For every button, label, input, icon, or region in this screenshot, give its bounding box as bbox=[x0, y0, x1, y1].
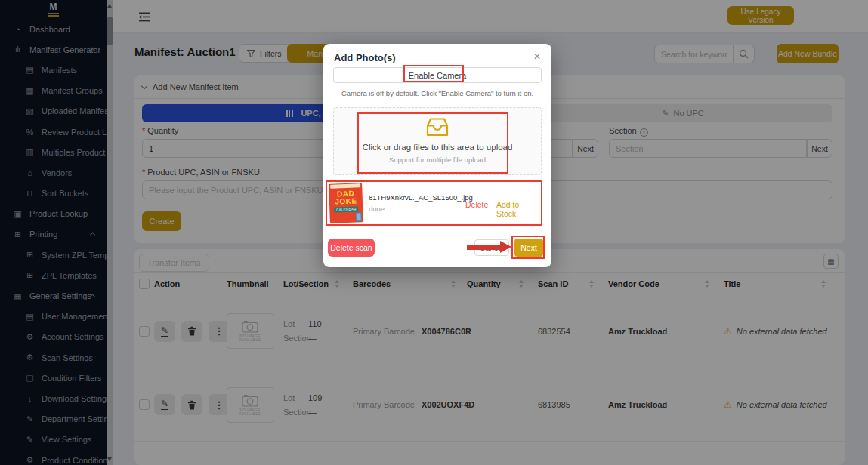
file-thumbnail[interactable]: DAD JOKE CALENDAR bbox=[329, 183, 363, 223]
add-photos-modal: Add Photo(s) ✕ Enable Camera Camera is o… bbox=[323, 44, 551, 267]
uploaded-file-item: DAD JOKE CALENDAR 81TH9XnkrvL._AC_SL1500… bbox=[326, 180, 542, 226]
thumb-art-strip bbox=[330, 183, 360, 188]
cancel-button[interactable]: Cancel bbox=[474, 239, 509, 256]
file-name: 81TH9XnkrvL._AC_SL1500_.jpg bbox=[369, 193, 473, 202]
thumb-art-phone bbox=[355, 212, 361, 221]
modal-title: Add Photo(s) bbox=[334, 52, 396, 63]
file-upload-dropzone[interactable]: Click or drag files to this area to uplo… bbox=[333, 107, 542, 175]
inbox-upload-icon bbox=[425, 116, 450, 137]
app-canvas: M ◔Dashboard ⋔Manifest Generator ▤Manife… bbox=[0, 0, 868, 465]
delete-scan-button[interactable]: Delete scan bbox=[328, 239, 375, 257]
close-icon[interactable]: ✕ bbox=[533, 51, 541, 62]
file-status: done bbox=[369, 205, 473, 213]
camera-hint-text: Camera is off by default. Click "Enable … bbox=[323, 89, 551, 97]
upload-main-text: Click or drag files to this area to uplo… bbox=[363, 143, 513, 152]
file-delete-link[interactable]: Delete bbox=[465, 200, 488, 209]
upload-sub-text: Support for multiple file upload bbox=[389, 156, 486, 164]
next-button[interactable]: Next bbox=[514, 239, 543, 257]
enable-camera-button[interactable]: Enable Camera bbox=[333, 67, 542, 83]
add-to-stock-link[interactable]: Add to Stock bbox=[496, 200, 541, 218]
